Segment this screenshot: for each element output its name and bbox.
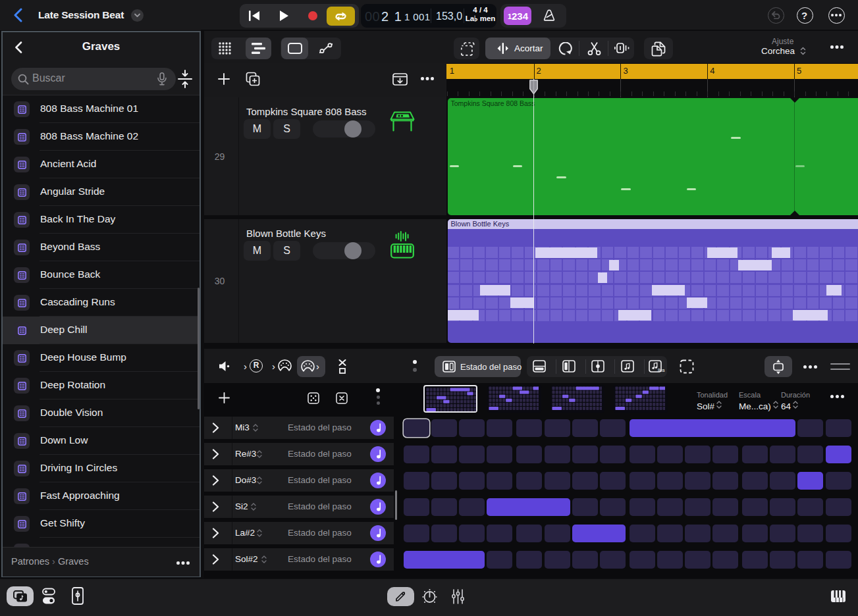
svg-text:8va: 8va xyxy=(658,368,665,372)
